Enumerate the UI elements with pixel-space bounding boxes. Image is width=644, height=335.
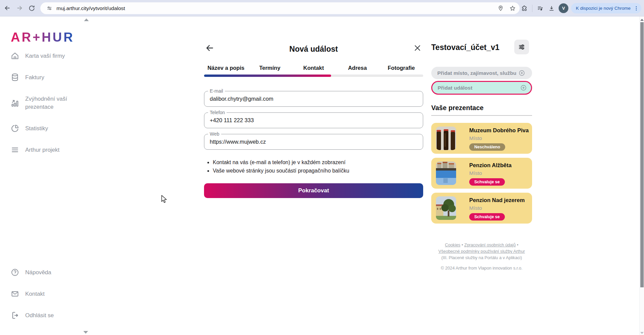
bookmark-star-icon[interactable] (508, 4, 517, 13)
scrollbar-up-arrow-icon[interactable] (640, 19, 644, 21)
web-field[interactable]: Web (204, 134, 423, 150)
presentation-card[interactable]: Penzion Alžběta Místo Schvaluje se (431, 158, 532, 189)
status-badge: Schvaluje se (469, 213, 505, 221)
card-title: Muzeum Dobrého Piva (469, 127, 529, 134)
tab-dates[interactable]: Termíny (248, 65, 291, 71)
card-thumbnail-pool-town (436, 161, 456, 185)
media-controls-icon[interactable] (536, 4, 545, 13)
note-item: Kontakt na vás (e-mail a telefon) je v k… (213, 158, 423, 166)
status-badge: Schvaluje se (469, 178, 505, 186)
close-button[interactable] (413, 43, 422, 53)
tab-address[interactable]: Adresa (335, 65, 379, 71)
account-name: Testovací_účet_v1 (431, 43, 499, 52)
form-tabs: Název a popis Termíny Kontakt Adresa Fot… (204, 65, 423, 71)
sidebar-item-label: Faktury (25, 74, 44, 82)
footer-note: (III. Placené služby na Portálu a v Apli… (441, 255, 522, 260)
cookies-link[interactable]: Cookies (445, 243, 460, 247)
chart-boost-icon (10, 99, 19, 108)
phone-input[interactable] (204, 113, 423, 128)
browser-forward-button[interactable] (13, 2, 26, 14)
legal-footer: Cookies • Zpracování osobních údajů • Vš… (430, 242, 534, 261)
plus-circle-icon (518, 69, 525, 77)
phone-field[interactable]: Telefon (204, 112, 423, 128)
sidebar-item-arthur-project[interactable]: Arthur projekt (10, 145, 59, 154)
sidebar-item-label: Karta vaší firmy (25, 52, 65, 60)
email-field[interactable]: E-mail (204, 91, 423, 107)
tab-name-description[interactable]: Název a popis (204, 65, 248, 71)
home-icon (10, 51, 19, 60)
page-title: Nová událost (204, 45, 423, 54)
footer-separator: • (517, 243, 518, 247)
page-scrollbar[interactable] (639, 16, 644, 335)
tab-contact[interactable]: Kontakt (292, 65, 335, 71)
sidebar-item-label: Statistiky (25, 125, 48, 133)
sidebar-scroll-up-icon[interactable] (84, 18, 89, 21)
scrollbar-down-arrow-icon[interactable] (640, 332, 644, 334)
card-title: Penzion Alžběta (469, 162, 512, 169)
status-badge: Neschváleno (469, 143, 505, 151)
presentation-card[interactable]: Muzeum Dobrého Piva Místo Neschváleno (431, 123, 532, 154)
chrome-update-button[interactable]: K dispozici je nový Chrome (571, 3, 641, 13)
tab-photos[interactable]: Fotografie (379, 65, 423, 71)
sliders-icon (518, 43, 526, 51)
arrow-right-icon (16, 4, 23, 12)
add-event-label: Přidat událost (438, 85, 472, 91)
url-text[interactable]: muj.arthur.city/vytvorit/udalost (56, 5, 496, 11)
kebab-menu-icon[interactable] (633, 5, 639, 11)
email-input[interactable] (204, 91, 423, 106)
profile-avatar[interactable]: V (559, 3, 568, 13)
personal-data-link[interactable]: Zpracování osobních údajů (464, 243, 516, 247)
continue-button[interactable]: Pokračovat (204, 183, 423, 198)
sidebar-item-logout[interactable]: Odhlásit se (10, 311, 54, 320)
arthur-logo: AR+HUR (11, 30, 74, 45)
section-divider (431, 115, 532, 116)
add-place-button[interactable]: Přidat místo, zajímavost, službu (431, 67, 532, 79)
sidebar-item-invoices[interactable]: Faktury (10, 73, 44, 82)
tabs-progress-track (204, 75, 423, 77)
sidebar-item-contact[interactable]: Kontakt (10, 289, 45, 298)
downloads-icon[interactable] (547, 4, 556, 13)
database-icon (10, 73, 19, 82)
presentation-card[interactable]: Penzion Nad jezerem Místo Schvaluje se (431, 193, 532, 224)
extensions-puzzle-icon[interactable] (520, 4, 529, 13)
location-pin-icon[interactable] (496, 4, 505, 13)
note-item: Vaše webové stránky jsou součástí propag… (213, 166, 423, 175)
site-info-icon[interactable] (45, 4, 54, 13)
chrome-update-label: K dispozici je nový Chrome (576, 6, 631, 11)
footer-separator: • (461, 243, 463, 247)
envelope-icon (10, 289, 19, 298)
sidebar-item-label: Kontakt (25, 290, 45, 298)
pie-chart-icon (10, 124, 19, 133)
browser-reload-button[interactable] (26, 2, 38, 14)
address-bar[interactable]: muj.arthur.city/vytvorit/udalost (40, 2, 520, 14)
close-icon (413, 43, 422, 53)
sidebar-item-boost-presentation[interactable]: Zvýhodnění vaší prezentace (10, 95, 82, 111)
terms-link[interactable]: Všeobecné podmínky používání služby Arth… (438, 249, 525, 254)
add-place-label: Přidat místo, zajímavost, službu (437, 70, 516, 76)
sidebar-item-company-card[interactable]: Karta vaší firmy (10, 51, 65, 60)
card-thumbnail-beer-bottles (436, 127, 456, 150)
web-input[interactable] (204, 134, 423, 149)
mouse-cursor (161, 195, 168, 204)
browser-back-button[interactable] (1, 2, 13, 14)
email-field-label: E-mail (208, 88, 225, 94)
sidebar-item-label: Arthur projekt (25, 146, 59, 154)
card-subtitle: Místo (469, 135, 482, 141)
card-title: Penzion Nad jezerem (469, 197, 525, 203)
reload-icon (28, 5, 35, 12)
sidebar-item-label: Nápověda (25, 269, 51, 277)
sidebar-item-label: Odhlásit se (25, 312, 54, 320)
logout-icon (10, 311, 19, 320)
menu-lines-icon (10, 145, 19, 154)
sidebar-item-statistics[interactable]: Statistiky (10, 124, 48, 133)
sidebar-item-help[interactable]: Nápověda (10, 268, 51, 277)
card-thumbnail-tree-building (436, 196, 456, 220)
add-event-button[interactable]: Přidat událost (431, 81, 532, 95)
card-subtitle: Místo (469, 170, 482, 176)
plus-circle-icon (520, 84, 527, 91)
arrow-left-icon (4, 4, 11, 12)
account-settings-button[interactable] (514, 40, 529, 54)
scrollbar-thumb[interactable] (640, 22, 644, 287)
sidebar-scroll-down-icon[interactable] (83, 331, 88, 334)
toolbar-divider (532, 5, 532, 12)
